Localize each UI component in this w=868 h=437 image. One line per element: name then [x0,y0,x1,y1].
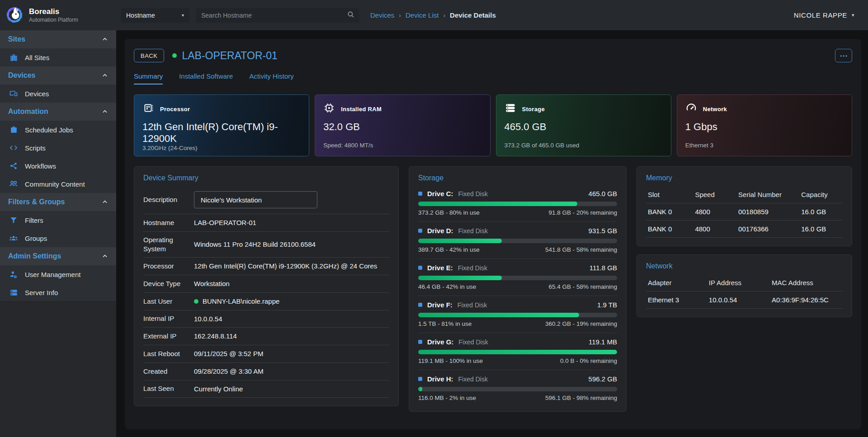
search-icon[interactable] [347,10,355,20]
tab-summary[interactable]: Summary [134,72,163,85]
processor-value: 12th Gen Intel(R) Core(TM) i9-12900K [142,121,301,145]
user-menu[interactable]: NICOLE RAPPE ▾ [794,11,868,19]
drive-usage-bar [418,202,617,206]
sidebar-section-automation[interactable]: Automation [0,103,116,121]
people-icon [9,179,18,188]
device-details-container: BACK LAB-OPERATOR-01 ⋯ Summary Installed… [125,39,861,429]
stat-cards: Processor 12th Gen Intel(R) Core(TM) i9-… [134,94,852,156]
last-reboot-value: 09/11/2025 @ 3:52 PM [194,349,389,359]
sidebar-item-server-info[interactable]: Server Info [0,283,116,301]
device-type-value: Workstation [194,279,389,289]
drive-usage-bar [418,350,617,354]
tab-activity-history[interactable]: Activity History [249,72,293,85]
last-user-value: BUNNY-LAB\nicole.rappe [194,296,389,306]
hostname-value: LAB-OPERATOR-01 [194,218,389,228]
workflow-icon [9,161,18,170]
breadcrumb-device-list[interactable]: Device List [406,11,439,19]
sidebar-item-groups[interactable]: Groups [0,229,116,247]
chevron-up-icon [102,253,108,259]
code-icon [9,143,18,152]
sidebar-item-scripts[interactable]: Scripts [0,139,116,157]
created-value: 09/28/2025 @ 3:30 AM [194,367,389,376]
drive-usage-bar [418,276,617,280]
network-value: 1 Gbps [685,121,844,133]
speedometer-icon [685,102,697,116]
user-name: NICOLE RAPPE [794,11,847,19]
back-button[interactable]: BACK [134,49,164,62]
memory-panel: Memory Slot Speed Serial Number Capacity… [637,166,852,246]
description-input[interactable] [194,191,317,208]
drive-usage-bar [418,313,617,317]
breadcrumb-devices[interactable]: Devices [370,11,394,19]
breadcrumb-separator-icon: › [443,12,445,19]
sidebar-item-community-content[interactable]: Community Content [0,175,116,193]
sidebar-section-devices[interactable]: Devices [0,66,116,85]
server-icon [9,288,18,297]
drive-bullet-icon [418,229,422,233]
online-status-dot [194,299,198,304]
more-actions-button[interactable]: ⋯ [835,49,852,62]
storage-card: Storage 465.0 GB 373.2 GB of 465.0 GB us… [496,94,671,156]
tab-installed-software[interactable]: Installed Software [179,72,233,85]
ram-card: Installed RAM 32.0 GB Speed: 4800 MT/s [315,94,490,156]
sidebar-section-sites[interactable]: Sites [0,30,116,48]
drive-row-g: Drive G: Fixed Disk 119.1 MB 119.1 MB - … [418,333,617,370]
brand-name: Borealis [29,7,78,16]
sidebar-empty-area [0,301,116,437]
network-table: Adapter IP Address MAC Address Ethernet … [646,275,843,309]
drive-row-c: Drive C: Fixed Disk 465.0 GB 373.2 GB - … [418,185,617,222]
sidebar-item-user-management[interactable]: User Management [0,265,116,283]
drive-bullet-icon [418,377,422,381]
storage-sub: 373.2 GB of 465.0 GB used [505,142,663,149]
internal-ip-value: 10.0.0.54 [194,314,389,324]
sidebar: Sites All Sites Devices Devices Automati… [0,30,116,437]
drive-usage-bar [418,239,617,243]
storage-panel-title: Storage [418,174,617,182]
chevron-up-icon [102,72,108,79]
network-panel: Network Adapter IP Address MAC Address E… [637,254,852,317]
sidebar-item-scheduled-jobs[interactable]: Scheduled Jobs [0,121,116,139]
os-value: Windows 11 Pro 24H2 Build 26100.6584 [194,240,389,249]
table-row: Ethernet 3 10.0.0.54 A0:36:9F:94:26:5C [646,291,843,309]
drive-bullet-icon [418,340,422,344]
sidebar-section-admin-settings[interactable]: Admin Settings [0,247,116,265]
search-box [196,8,359,23]
page-title: LAB-OPERATOR-01 [182,50,277,62]
sidebar-item-devices[interactable]: Devices [0,85,116,103]
online-status-dot [172,53,177,58]
storage-stack-icon [505,102,516,116]
sidebar-item-workflows[interactable]: Workflows [0,157,116,175]
drive-row-h: Drive H: Fixed Disk 596.2 GB 116.0 MB - … [418,370,617,403]
chevron-up-icon [102,108,108,115]
network-card: Network 1 Gbps Ethernet 3 [677,94,852,156]
drive-bullet-icon [418,266,422,270]
storage-panel: Storage Drive C: Fixed Disk 465.0 GB 373… [409,166,627,412]
last-seen-value: Currently Online [194,384,389,394]
storage-value: 465.0 GB [505,121,663,133]
chevron-down-icon: ▾ [852,12,854,18]
chevron-down-icon: ▾ [182,13,184,18]
sidebar-section-filters-groups[interactable]: Filters & Groups [0,193,116,211]
device-summary-panel: Device Summary Description HostnameLAB-O… [134,166,399,406]
borealis-logo-icon [5,5,24,26]
drive-bullet-icon [418,303,422,307]
hostname-filter-select[interactable]: Hostname ▾ [121,8,189,23]
cpu-icon [142,102,154,116]
brand-subtitle: Automation Platform [29,17,78,23]
table-row: BANK 04800 0017636616.0 GB [646,221,843,238]
table-row: BANK 04800 0018085916.0 GB [646,203,843,221]
processor-summary-value: 12th Gen Intel(R) Core(TM) i9-12900K (3.… [194,261,389,271]
sidebar-item-filters[interactable]: Filters [0,211,116,229]
chevron-up-icon [102,36,108,42]
drive-row-f: Drive F: Fixed Disk 1.9 TB 1.5 TB - 81% … [418,296,617,333]
drive-usage-bar [418,387,617,391]
devices-icon [9,89,18,98]
groups-icon [9,234,18,243]
ram-chip-icon [323,102,335,116]
drive-row-e: Drive E: Fixed Disk 111.8 GB 46.4 GB - 4… [418,259,617,296]
search-input[interactable] [201,12,347,19]
sidebar-item-all-sites[interactable]: All Sites [0,48,116,66]
main-area: BACK LAB-OPERATOR-01 ⋯ Summary Installed… [116,30,868,437]
topbar: Borealis Automation Platform Hostname ▾ … [0,0,868,30]
device-summary-title: Device Summary [143,174,389,182]
